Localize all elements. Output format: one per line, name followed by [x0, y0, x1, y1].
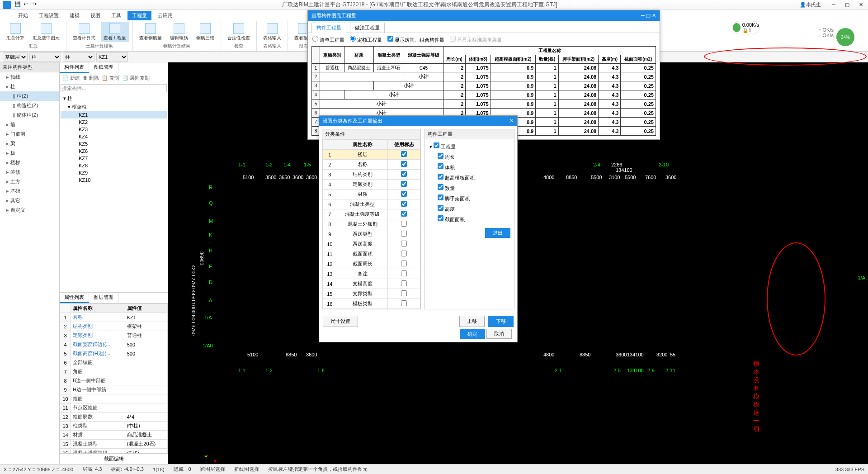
qty-row[interactable]: 1普通柱商品混凝土混凝土20石C4521.0750.9124.084.30.25 — [312, 64, 656, 72]
sidebar-item[interactable]: 门窗洞 — [0, 129, 59, 139]
sidebar-item[interactable]: 柱 — [0, 82, 59, 91]
tree-item[interactable]: KZ2 — [61, 118, 167, 126]
set-row[interactable]: 4定额类别 — [323, 180, 420, 190]
sidebar-subitem[interactable]: ▯ 构造柱(Z) — [0, 101, 59, 110]
user-name[interactable]: 李氏生 — [806, 1, 821, 8]
copy-button[interactable]: 📋 复制 — [102, 75, 119, 81]
set-row[interactable]: 7混凝土强度等级 — [323, 209, 420, 219]
sidebar-item[interactable]: 土方 — [0, 177, 59, 186]
sidebar-item[interactable]: 板 — [0, 148, 59, 158]
tree-item[interactable]: KZ4 — [61, 133, 167, 140]
prop-row[interactable]: 10箍筋 — [60, 394, 168, 403]
qty-tree-item[interactable]: 截面面积 — [429, 214, 509, 224]
sidebar-subitem[interactable]: ▯ 砌体柱(Z) — [0, 110, 59, 120]
sidebar-item[interactable]: 装修 — [0, 167, 59, 177]
section-edit-button[interactable]: 截面编辑 — [60, 453, 168, 464]
redo-icon[interactable]: ↷ — [33, 1, 40, 9]
menu-1[interactable]: 工程设置 — [34, 11, 63, 20]
maximize-icon[interactable]: ▢ — [843, 2, 852, 8]
set-close-icon[interactable]: ✕ — [509, 118, 514, 124]
status-cross[interactable]: 跨图层选择 — [200, 466, 225, 473]
prop-row[interactable]: 6全部纵筋 — [60, 358, 168, 367]
tab-properties[interactable]: 属性列表 — [60, 293, 89, 303]
prop-row[interactable]: 5截面高度(H边)(...500 — [60, 349, 168, 358]
cancel-button[interactable]: 取消 — [486, 329, 512, 339]
subcategory-select[interactable]: 柱 — [63, 52, 94, 62]
set-row[interactable]: 3结构类别 — [323, 170, 420, 180]
tree-item[interactable]: KZ5 — [61, 140, 167, 147]
prop-row[interactable]: 9H边一侧中部筋 — [60, 385, 168, 394]
prop-row[interactable]: 14材质商品混凝土 — [60, 431, 168, 440]
tree-l1[interactable]: ▾ 框架柱 — [61, 103, 167, 111]
property-table[interactable]: 属性名称属性值 1名称KZ12结构类别框架柱3定额类别普通柱4截面宽度(B边)(… — [60, 303, 168, 453]
close-icon[interactable]: ✕ — [856, 2, 865, 8]
ribbon-钢筋三维[interactable]: 钢筋三维 — [193, 22, 217, 42]
tree-item[interactable]: KZ1 — [61, 111, 167, 118]
delete-button[interactable]: 🗑 删除 — [83, 75, 99, 81]
menu-4[interactable]: 工具 — [107, 11, 126, 20]
search-input[interactable] — [61, 84, 167, 92]
ribbon-汇总计算[interactable]: 汇总计算 — [4, 22, 27, 42]
sidebar-item[interactable]: 墙 — [0, 120, 59, 129]
sidebar-item[interactable]: 其它 — [0, 196, 59, 205]
qty-tree-item[interactable]: 超高模板面积 — [429, 172, 509, 183]
size-button[interactable]: 尺寸设置 — [323, 316, 358, 327]
set-row[interactable]: 6混凝土类型 — [323, 199, 420, 209]
exit-button[interactable]: 退出 — [485, 228, 510, 238]
prop-row[interactable]: 11节点区箍筋 — [60, 403, 168, 412]
prop-row[interactable]: 8B边一侧中部筋 — [60, 376, 168, 385]
sidebar-item[interactable]: 轴线 — [0, 72, 59, 82]
sidebar-item[interactable]: 基础 — [0, 186, 59, 196]
sidebar-item[interactable]: 梁 — [0, 139, 59, 148]
tree-item[interactable]: KZ6 — [61, 147, 167, 155]
qty-row[interactable]: 3小计21.0750.9124.084.30.25 — [312, 81, 656, 90]
tab-method-qty[interactable]: 做法工程量 — [350, 23, 385, 33]
prop-row[interactable]: 7角筋 — [60, 367, 168, 376]
qty-tree-item[interactable]: 体积 — [429, 162, 509, 172]
tab-member-list[interactable]: 构件列表 — [60, 62, 89, 73]
prop-row[interactable]: 2结构类别框架柱 — [60, 322, 168, 331]
sidebar-item[interactable]: 楼梯 — [0, 158, 59, 167]
qty-tree-item[interactable]: 周长 — [429, 152, 509, 162]
sidebar-subitem[interactable]: ▯ 柱(Z) — [0, 91, 59, 101]
qty-tree-item[interactable]: 脚手架面积 — [429, 193, 509, 204]
prop-row[interactable]: 13柱类型(中柱) — [60, 422, 168, 431]
set-row[interactable]: 1楼层 — [323, 150, 420, 160]
speed-badge[interactable]: 34% — [836, 28, 854, 46]
tree-item[interactable]: KZ8 — [61, 162, 167, 169]
tab-member-qty[interactable]: 构件工程量 — [311, 23, 346, 33]
tab-layers[interactable]: 图层管理 — [89, 293, 118, 303]
undo-icon[interactable]: ↶ — [24, 1, 31, 9]
set-row[interactable]: 14支模高度 — [323, 279, 420, 289]
qty-row[interactable]: 5小计21.0750.9124.084.30.25 — [312, 100, 656, 109]
set-row[interactable]: 10泵送高度 — [323, 239, 420, 249]
tree-item[interactable]: KZ10 — [61, 176, 167, 184]
tab-drawing-mgmt[interactable]: 图纸管理 — [89, 62, 118, 73]
qty-row[interactable]: 2小计21.0750.9124.084.30.25 — [312, 72, 656, 81]
qty-row[interactable]: 4小计21.0750.9124.084.30.25 — [312, 90, 656, 100]
menu-2[interactable]: 建模 — [65, 11, 84, 20]
qty-tree-item[interactable]: 数量 — [429, 183, 509, 193]
set-row[interactable]: 9泵送类型 — [323, 229, 420, 239]
category-select[interactable]: 柱 — [29, 52, 61, 62]
tree-root[interactable]: ▾ 柱 — [61, 94, 167, 103]
move-down-button[interactable]: 下移 — [488, 316, 514, 327]
ok-button[interactable]: 确定 — [460, 329, 485, 339]
set-row[interactable]: 5材质 — [323, 190, 420, 199]
member-select[interactable]: KZ1 — [96, 52, 128, 62]
status-fold[interactable]: 折线图选择 — [234, 466, 259, 473]
new-button[interactable]: 📄 新建 — [62, 75, 80, 81]
ribbon-表格输入[interactable]: 表格输入 — [260, 22, 284, 42]
set-row[interactable]: 8混凝土外加剂 — [323, 219, 420, 229]
radio-quota-qty[interactable]: 定额工程量 — [350, 36, 382, 43]
quick-access-toolbar[interactable]: 💾 ↶ ↷ — [14, 1, 40, 9]
chk-std-floor[interactable]: 只显示标准层单层量 — [450, 36, 502, 43]
prop-row[interactable]: 1名称KZ1 — [60, 313, 168, 322]
user-avatar-icon[interactable]: 👤 — [800, 2, 806, 8]
set-row[interactable]: 12截面周长 — [323, 259, 420, 269]
prop-row[interactable]: 3定额类别普通柱 — [60, 331, 168, 340]
ribbon-汇总选中图元[interactable]: 汇总选中图元 — [30, 22, 62, 42]
tree-item[interactable]: KZ9 — [61, 169, 167, 176]
qty-tree-item[interactable]: 高度 — [429, 204, 509, 214]
prop-row[interactable]: 4截面宽度(B边)(...500 — [60, 340, 168, 349]
